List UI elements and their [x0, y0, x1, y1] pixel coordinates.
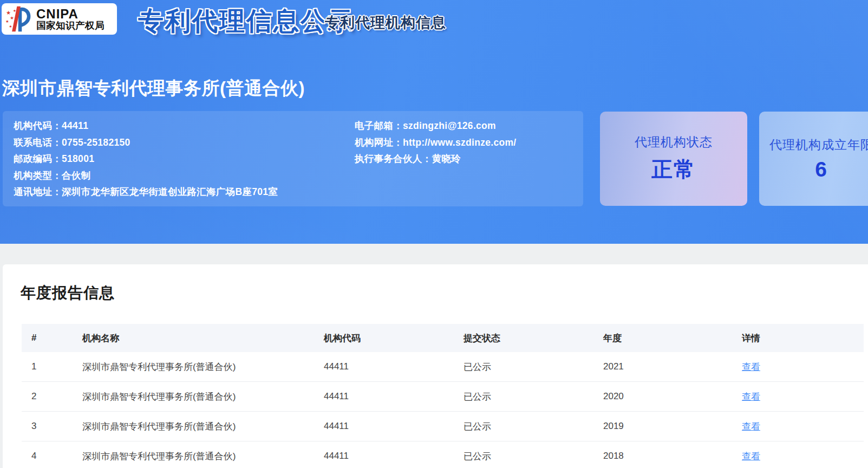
year-cell: 2019: [593, 412, 732, 441]
agency-years-title: 代理机构成立年限: [769, 136, 868, 153]
row-index: 3: [22, 412, 73, 441]
submit-status-cell: 已公示: [454, 412, 593, 441]
column-header: #: [22, 324, 73, 352]
agency-info-line: 机构类型：合伙制: [14, 167, 278, 184]
agency-info-line: 邮政编码：518001: [14, 151, 278, 167]
view-detail-link[interactable]: 查看: [742, 392, 760, 402]
agency-status-card: 代理机构状态 正常: [600, 112, 747, 206]
year-cell: 2018: [593, 441, 732, 468]
table-row: 2深圳市鼎智专利代理事务所(普通合伙)44411已公示2020查看: [22, 382, 864, 412]
agency-info-line: 机构网址：http://www.szdinze.com/: [355, 134, 516, 151]
table-row: 3深圳市鼎智专利代理事务所(普通合伙)44411已公示2019查看: [22, 412, 864, 441]
year-cell: 2021: [593, 352, 732, 382]
agency-info-panel: 机构代码：44411联系电话：0755-25182150邮政编码：518001机…: [3, 111, 583, 206]
column-header: 机构代码: [314, 324, 454, 352]
detail-cell: 查看: [732, 382, 864, 412]
hero-banner: ★ ★ ★ ★ ★ CNIPA 国家知识产权局 专利代理信息公示 – 专利代理机…: [0, 0, 868, 244]
svg-text:★: ★: [6, 10, 11, 16]
agency-info-right: 电子邮箱：szdingzhi@126.com机构网址：http://www.sz…: [355, 118, 516, 167]
agency-name: 深圳市鼎智专利代理事务所(普通合伙): [2, 76, 305, 101]
svg-text:★: ★: [5, 19, 9, 24]
agency-status-title: 代理机构状态: [635, 134, 713, 151]
detail-cell: 查看: [732, 441, 864, 468]
agency-status-value: 正常: [651, 155, 696, 184]
agency-name-cell: 深圳市鼎智专利代理事务所(普通合伙): [73, 352, 314, 382]
agency-code-cell: 44411: [314, 441, 454, 468]
agency-info-line: 通讯地址：深圳市龙华新区龙华街道创业路汇海广场B座701室: [14, 184, 278, 200]
row-index: 2: [22, 382, 73, 412]
view-detail-link[interactable]: 查看: [742, 362, 760, 372]
agency-years-value: 6: [815, 158, 828, 181]
agency-info-line: 机构代码：44411: [14, 118, 278, 134]
svg-text:★: ★: [13, 9, 16, 12]
year-cell: 2020: [593, 382, 732, 412]
agency-years-card: 代理机构成立年限 6: [759, 112, 868, 206]
cnipa-logo-icon: ★ ★ ★ ★ ★: [5, 4, 35, 34]
agency-info-line: 联系电话：0755-25182150: [14, 134, 278, 151]
column-header: 详情: [732, 324, 864, 352]
site-subtitle: 专利代理机构信息: [325, 13, 446, 32]
column-header: 年度: [593, 324, 732, 352]
agency-info-line: 电子邮箱：szdingzhi@126.com: [355, 118, 516, 134]
title-separator: –: [308, 14, 315, 31]
view-detail-link[interactable]: 查看: [742, 451, 760, 461]
cnipa-logo-text: CNIPA 国家知识产权局: [36, 7, 105, 31]
column-header: 机构名称: [73, 324, 314, 352]
annual-report-heading: 年度报告信息: [21, 283, 868, 303]
table-header-row: #机构名称机构代码提交状态年度详情: [22, 324, 864, 352]
agency-name-cell: 深圳市鼎智专利代理事务所(普通合伙): [73, 412, 314, 441]
row-index: 1: [22, 352, 73, 382]
report-table-body: 1深圳市鼎智专利代理事务所(普通合伙)44411已公示2021查看2深圳市鼎智专…: [22, 352, 864, 468]
submit-status-cell: 已公示: [454, 352, 593, 382]
detail-cell: 查看: [732, 412, 864, 441]
agency-info-line: 执行事务合伙人：黄晓玲: [355, 151, 516, 167]
cnipa-org-name: 国家知识产权局: [36, 21, 105, 30]
agency-code-cell: 44411: [314, 352, 454, 382]
svg-text:★: ★: [9, 24, 12, 28]
table-row: 1深圳市鼎智专利代理事务所(普通合伙)44411已公示2021查看: [22, 352, 864, 382]
row-index: 4: [22, 441, 73, 468]
agency-code-cell: 44411: [314, 412, 454, 441]
submit-status-cell: 已公示: [454, 441, 593, 468]
submit-status-cell: 已公示: [454, 382, 593, 412]
agency-name-cell: 深圳市鼎智专利代理事务所(普通合伙): [73, 382, 314, 412]
agency-code-cell: 44411: [314, 382, 454, 412]
cnipa-acronym: CNIPA: [36, 7, 105, 21]
svg-text:★: ★: [10, 15, 14, 21]
cnipa-logo[interactable]: ★ ★ ★ ★ ★ CNIPA 国家知识产权局: [2, 3, 117, 35]
view-detail-link[interactable]: 查看: [742, 421, 760, 432]
table-row: 4深圳市鼎智专利代理事务所(普通合伙)44411已公示2018查看: [22, 441, 864, 468]
site-title: 专利代理信息公示: [138, 4, 355, 38]
annual-report-table: #机构名称机构代码提交状态年度详情 1深圳市鼎智专利代理事务所(普通合伙)444…: [22, 324, 864, 468]
agency-name-cell: 深圳市鼎智专利代理事务所(普通合伙): [73, 441, 314, 468]
column-header: 提交状态: [454, 324, 593, 352]
agency-info-left: 机构代码：44411联系电话：0755-25182150邮政编码：518001机…: [14, 118, 278, 200]
annual-report-section: 年度报告信息 #机构名称机构代码提交状态年度详情 1深圳市鼎智专利代理事务所(普…: [3, 264, 868, 468]
detail-cell: 查看: [732, 352, 864, 382]
